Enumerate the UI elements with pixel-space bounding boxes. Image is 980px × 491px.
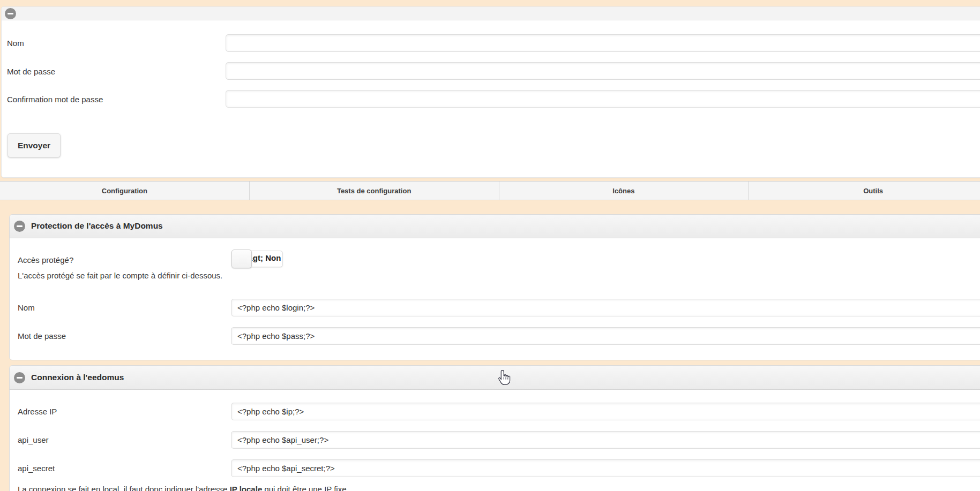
pass-input[interactable] (231, 327, 980, 345)
mot-de-passe-input[interactable] (226, 62, 980, 80)
connexion-note: La connexion se fait en local, il faut d… (18, 485, 349, 491)
nom-input[interactable] (226, 34, 980, 52)
tab-configuration[interactable]: Configuration (0, 182, 250, 200)
tab-tests-de-configuration[interactable]: Tests de configuration (250, 182, 499, 200)
confirmation-mot-de-passe-input[interactable] (226, 90, 980, 108)
collapse-minus-icon (14, 372, 25, 383)
api-secret-input[interactable] (231, 459, 980, 477)
envoyer-button[interactable]: Envoyer (8, 133, 61, 157)
tab-outils[interactable]: Outils (749, 182, 980, 200)
connexion-eedomus-header[interactable]: Connexion à l'eedomus (10, 366, 980, 390)
pass-label: Mot de passe (18, 331, 66, 341)
mot-de-passe-label: Mot de passe (7, 67, 55, 77)
acces-protege-label: Accès protégé? (18, 255, 73, 265)
acces-protege-switch-handle[interactable] (231, 250, 252, 268)
login-label: Nom (18, 303, 35, 313)
connexion-note-before: La connexion se fait en local, il faut d… (18, 485, 230, 491)
navigation-tabbar: Configuration Tests de configuration Icô… (0, 181, 980, 200)
adresse-ip-label: Adresse IP (18, 407, 57, 417)
acces-protege-switch-text: &gt; Non (247, 253, 281, 262)
collapse-minus-icon (5, 8, 16, 19)
connexion-note-bold: IP locale (230, 485, 263, 491)
mouse-cursor-hand-icon (497, 369, 511, 389)
adresse-ip-input[interactable] (231, 403, 980, 420)
connexion-note-after: qui doit être une IP fixe. (262, 485, 349, 491)
connexion-eedomus-title: Connexion à l'eedomus (31, 373, 124, 382)
collapse-minus-icon (14, 221, 25, 232)
api-secret-label: api_secret (18, 464, 55, 473)
confirmation-mot-de-passe-label: Confirmation mot de passe (7, 95, 103, 104)
login-input[interactable] (231, 299, 980, 316)
tab-icones[interactable]: Icônes (499, 182, 749, 200)
account-form-collapsible-header[interactable] (2, 7, 980, 20)
account-form-collapsible: Nom Mot de passe Confirmation mot de pas… (1, 6, 980, 178)
nom-label: Nom (7, 39, 24, 48)
protection-note: L'accès protégé se fait par le compte à … (18, 271, 222, 280)
api-user-label: api_user (18, 435, 49, 445)
protection-acces-title: Protection de l'accès à MyDomus (31, 221, 163, 231)
protection-acces-header[interactable]: Protection de l'accès à MyDomus (10, 215, 980, 238)
api-user-input[interactable] (231, 431, 980, 449)
